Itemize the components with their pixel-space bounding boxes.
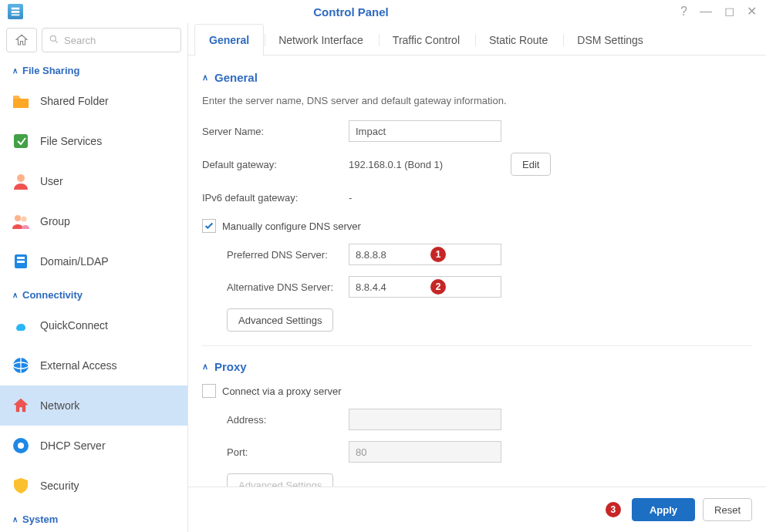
- server-name-input[interactable]: [349, 120, 501, 142]
- group-connectivity[interactable]: ∧Connectivity: [0, 281, 187, 305]
- sidebar-item-quickconnect[interactable]: QuickConnect: [0, 305, 187, 345]
- svg-rect-1: [12, 11, 20, 13]
- proxy-address-input: [349, 409, 501, 430]
- sidebar-item-label: External Access: [40, 359, 117, 372]
- apply-button[interactable]: Apply: [632, 498, 695, 521]
- checkmark-icon: [204, 221, 214, 231]
- sidebar-item-label: File Services: [40, 135, 102, 147]
- file-services-icon: [11, 131, 31, 151]
- shared-folder-icon: [11, 91, 31, 111]
- home-icon: [15, 33, 29, 47]
- quickconnect-icon: [11, 315, 31, 335]
- svg-rect-6: [14, 134, 28, 148]
- manual-dns-checkbox[interactable]: [202, 219, 216, 233]
- sidebar: ∧File Sharing Shared Folder File Service…: [0, 23, 188, 532]
- titlebar: Control Panel ? — ◻ ✕: [0, 0, 766, 23]
- sidebar-item-label: Security: [40, 480, 79, 492]
- svg-line-4: [56, 40, 58, 42]
- chevron-up-icon: ∧: [12, 515, 18, 524]
- tab-static-route[interactable]: Static Route: [474, 24, 562, 56]
- preferred-dns-label: Preferred DNS Server:: [227, 249, 349, 261]
- use-proxy-checkbox[interactable]: [202, 384, 216, 398]
- proxy-address-label: Address:: [227, 414, 349, 426]
- content-area: General Network Interface Traffic Contro…: [188, 23, 766, 532]
- chevron-up-icon: ∧: [202, 72, 208, 82]
- edit-gateway-button[interactable]: Edit: [511, 153, 551, 176]
- svg-rect-2: [12, 15, 20, 16]
- maximize-icon[interactable]: ◻: [723, 4, 736, 19]
- sidebar-item-label: Network: [40, 399, 79, 412]
- preferred-dns-input[interactable]: [349, 244, 501, 265]
- default-gateway-label: Default gateway:: [202, 159, 349, 170]
- minimize-icon[interactable]: —: [698, 4, 714, 19]
- sidebar-item-label: Shared Folder: [40, 95, 109, 107]
- sidebar-item-shared-folder[interactable]: Shared Folder: [0, 81, 187, 121]
- tab-network-interface[interactable]: Network Interface: [264, 24, 378, 56]
- ipv6-gateway-value: -: [349, 192, 352, 204]
- svg-rect-5: [13, 96, 19, 99]
- svg-point-9: [22, 217, 27, 222]
- use-proxy-label: Connect via a proxy server: [222, 386, 342, 397]
- dns-advanced-settings-button[interactable]: Advanced Settings: [227, 308, 333, 332]
- svg-point-17: [18, 443, 24, 449]
- sidebar-item-security[interactable]: Security: [0, 466, 187, 506]
- svg-rect-11: [17, 257, 25, 259]
- tab-bar: General Network Interface Traffic Contro…: [188, 23, 766, 56]
- svg-point-8: [15, 215, 21, 221]
- svg-rect-0: [12, 8, 20, 10]
- manual-dns-label: Manually configure DNS server: [222, 221, 361, 232]
- search-input[interactable]: [64, 35, 174, 46]
- alternative-dns-input[interactable]: [349, 276, 501, 298]
- annotation-badge-3: 3: [606, 502, 621, 517]
- annotation-badge-1: 1: [430, 247, 446, 262]
- group-file-sharing[interactable]: ∧File Sharing: [0, 57, 187, 81]
- chevron-up-icon: ∧: [202, 362, 208, 372]
- sidebar-item-user[interactable]: User: [0, 161, 187, 201]
- sidebar-item-file-services[interactable]: File Services: [0, 121, 187, 161]
- tab-dsm-settings[interactable]: DSM Settings: [562, 24, 658, 56]
- close-icon[interactable]: ✕: [745, 4, 758, 19]
- window-title: Control Panel: [23, 5, 679, 19]
- general-description: Enter the server name, DNS server and de…: [202, 95, 752, 106]
- chevron-up-icon: ∧: [12, 66, 18, 75]
- app-icon: [8, 4, 23, 19]
- external-access-icon: [11, 355, 31, 375]
- footer: 3 Apply Reset: [188, 487, 766, 532]
- sidebar-item-domain-ldap[interactable]: Domain/LDAP: [0, 241, 187, 281]
- reset-button[interactable]: Reset: [703, 498, 752, 521]
- proxy-port-input: [349, 441, 501, 463]
- sidebar-item-dhcp-server[interactable]: DHCP Server: [0, 426, 187, 466]
- default-gateway-value: 192.168.0.1 (Bond 1): [349, 159, 501, 170]
- domain-ldap-icon: [11, 251, 31, 271]
- user-icon: [11, 171, 31, 191]
- sidebar-item-label: Domain/LDAP: [40, 255, 109, 268]
- svg-rect-12: [17, 261, 25, 263]
- home-button[interactable]: [6, 28, 37, 52]
- section-divider: [202, 345, 752, 346]
- chevron-up-icon: ∧: [12, 291, 18, 299]
- section-general-toggle[interactable]: ∧ General: [202, 71, 752, 84]
- ipv6-gateway-label: IPv6 default gateway:: [202, 192, 349, 204]
- sidebar-item-label: User: [40, 175, 63, 187]
- sidebar-item-group[interactable]: Group: [0, 201, 187, 241]
- svg-point-3: [50, 35, 56, 41]
- sidebar-item-network[interactable]: Network: [0, 386, 187, 426]
- group-icon: [11, 211, 31, 231]
- server-name-label: Server Name:: [202, 126, 349, 137]
- tab-general[interactable]: General: [194, 24, 264, 56]
- sidebar-item-label: DHCP Server: [40, 439, 106, 452]
- help-icon[interactable]: ?: [679, 4, 689, 19]
- alternative-dns-label: Alternative DNS Server:: [227, 281, 349, 293]
- svg-point-7: [17, 174, 25, 182]
- sidebar-item-label: QuickConnect: [40, 319, 108, 332]
- shield-icon: [11, 476, 31, 496]
- section-proxy-toggle[interactable]: ∧ Proxy: [202, 360, 752, 373]
- group-system[interactable]: ∧System: [0, 506, 187, 530]
- network-icon: [11, 396, 31, 416]
- search-box[interactable]: [42, 28, 181, 52]
- tab-traffic-control[interactable]: Traffic Control: [378, 24, 474, 56]
- sidebar-item-label: Group: [40, 215, 70, 227]
- sidebar-item-external-access[interactable]: External Access: [0, 345, 187, 386]
- annotation-badge-2: 2: [430, 279, 446, 295]
- search-icon: [49, 34, 59, 47]
